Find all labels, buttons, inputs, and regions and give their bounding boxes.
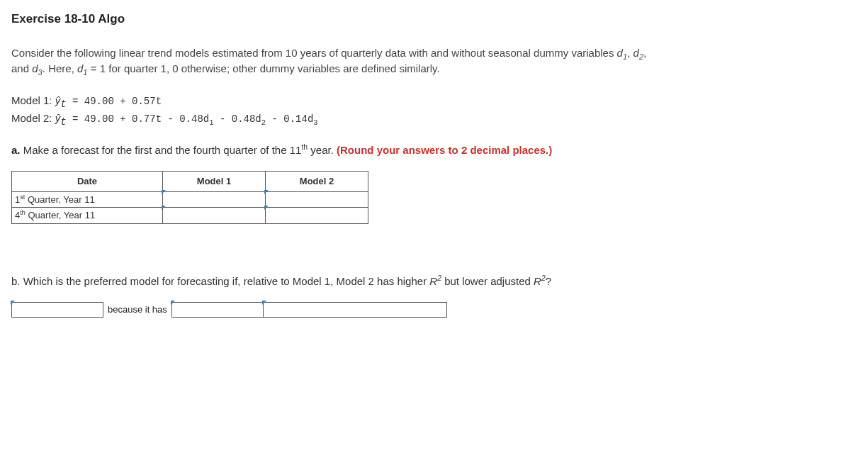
part-b-text1: Which is the preferred model for forecas… bbox=[21, 275, 430, 287]
blank-model[interactable] bbox=[11, 302, 103, 318]
model1-yhat: ŷt bbox=[55, 94, 67, 106]
row-q1-label: 1st Quarter, Year 11 bbox=[12, 191, 163, 208]
q1-model2-input[interactable] bbox=[266, 192, 368, 208]
table-row: 4th Quarter, Year 11 bbox=[12, 208, 368, 224]
part-a-hint: (Round your answers to 2 decimal places.… bbox=[337, 144, 552, 156]
intro-line2a: and bbox=[11, 62, 32, 74]
model2-eq: = 49.00 + 0.77t - 0.48d1 - 0.48d2 - 0.14… bbox=[67, 113, 318, 125]
intro-line2b: . Here, bbox=[43, 62, 77, 74]
var-d1b: d1 bbox=[77, 62, 88, 74]
part-b-answer-row: because it has bbox=[11, 302, 857, 318]
part-a-text2: year. bbox=[308, 144, 337, 156]
r2-a: R2 bbox=[429, 275, 441, 287]
var-d2: d2 bbox=[633, 47, 644, 59]
forecast-table: Date Model 1 Model 2 1st Quarter, Year 1… bbox=[11, 171, 368, 224]
part-b-text3: ? bbox=[546, 275, 551, 287]
q1-model2-cell[interactable] bbox=[266, 191, 368, 208]
part-b-question: b. Which is the preferred model for fore… bbox=[11, 274, 857, 290]
models-block: Model 1: ŷt = 49.00 + 0.57t Model 2: ŷt … bbox=[11, 93, 857, 127]
blank-reason1-input[interactable] bbox=[172, 304, 263, 318]
col-date: Date bbox=[12, 172, 163, 192]
row-q4-label: 4th Quarter, Year 11 bbox=[12, 208, 163, 224]
blank-model-input[interactable] bbox=[12, 304, 103, 318]
col-model2: Model 2 bbox=[266, 172, 368, 192]
exercise-title: Exercise 18-10 Algo bbox=[11, 10, 857, 28]
blank-reason2-input[interactable] bbox=[264, 304, 446, 318]
intro-part1: Consider the following linear trend mode… bbox=[11, 47, 617, 59]
q4-model2-cell[interactable] bbox=[266, 208, 368, 224]
r2-b: R2 bbox=[534, 275, 546, 287]
blank-reason2[interactable] bbox=[263, 302, 447, 318]
var-d1: d1 bbox=[617, 47, 628, 59]
part-a-th: th bbox=[301, 142, 308, 151]
model1-eq: = 49.00 + 0.57t bbox=[67, 96, 162, 107]
intro-comma1: , bbox=[627, 47, 633, 59]
model2-yhat: ŷt bbox=[55, 112, 67, 124]
table-row: 1st Quarter, Year 11 bbox=[12, 191, 368, 208]
model2-label: Model 2: bbox=[11, 112, 55, 124]
table-header-row: Date Model 1 Model 2 bbox=[12, 172, 368, 192]
q1-model1-input[interactable] bbox=[163, 192, 265, 208]
blank-reason1[interactable] bbox=[171, 302, 264, 318]
intro-comma2: , bbox=[643, 47, 646, 59]
between-text: because it has bbox=[103, 303, 171, 317]
model1-line: Model 1: ŷt = 49.00 + 0.57t bbox=[11, 93, 857, 109]
part-a-text1: Make a forecast for the first and the fo… bbox=[21, 144, 302, 156]
model1-label: Model 1: bbox=[11, 94, 55, 106]
q1-model1-cell[interactable] bbox=[163, 191, 266, 208]
q4-model1-input[interactable] bbox=[163, 208, 265, 223]
part-a-label: a. bbox=[11, 144, 21, 156]
part-b-label: b. bbox=[11, 275, 21, 287]
q4-model1-cell[interactable] bbox=[163, 208, 266, 224]
col-model1: Model 1 bbox=[163, 172, 266, 192]
part-a-question: a. Make a forecast for the first and the… bbox=[11, 142, 857, 159]
var-d3: d3 bbox=[32, 62, 43, 74]
model2-line: Model 2: ŷt = 49.00 + 0.77t - 0.48d1 - 0… bbox=[11, 111, 857, 127]
intro-line2c: = 1 for quarter 1, 0 otherwise; other du… bbox=[88, 62, 440, 74]
q4-model2-input[interactable] bbox=[266, 208, 368, 223]
intro-text: Consider the following linear trend mode… bbox=[11, 45, 857, 77]
part-b-text2: but lower adjusted bbox=[441, 275, 534, 287]
